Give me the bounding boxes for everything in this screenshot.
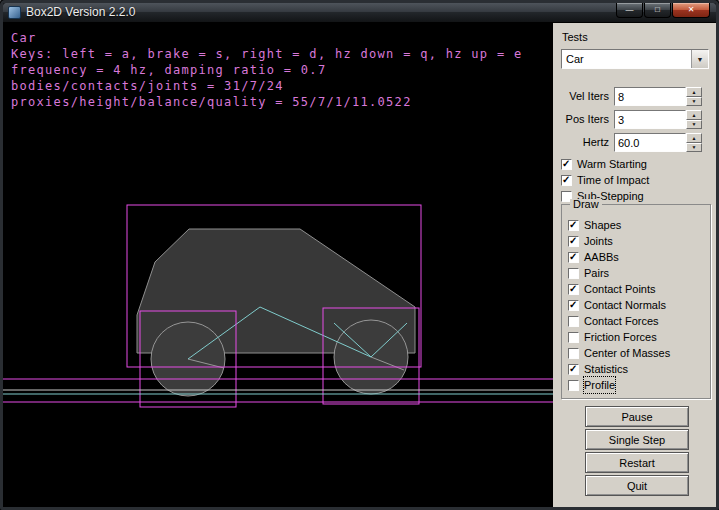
- hertz-label: Hertz: [561, 133, 609, 152]
- pairs-checkbox[interactable]: [568, 268, 579, 279]
- pos-iters-label: Pos Iters: [561, 110, 609, 129]
- restart-button[interactable]: Restart: [585, 452, 689, 473]
- pos-iters-up-button[interactable]: ▲: [686, 110, 702, 120]
- arrow-up-icon: ▲: [692, 112, 697, 118]
- warm-starting-checkbox[interactable]: [561, 159, 572, 170]
- checkbox-contact-points[interactable]: Contact Points: [568, 281, 710, 297]
- joints-label: Joints: [584, 233, 613, 249]
- checkbox-friction-forces[interactable]: Friction Forces: [568, 329, 710, 345]
- close-button[interactable]: ✕: [672, 3, 710, 18]
- app-icon: [8, 6, 21, 19]
- joints-checkbox[interactable]: [568, 236, 579, 247]
- pause-button[interactable]: Pause: [585, 406, 689, 427]
- chevron-down-icon: ▼: [697, 56, 704, 63]
- hertz-spinner: ▲ ▼: [686, 133, 702, 152]
- bodies-stats-text: bodies/contacts/joints = 31/7/24: [11, 78, 522, 94]
- frequency-text: frequency = 4 hz, damping ratio = 0.7: [11, 62, 522, 78]
- pos-iters-spinner: ▲ ▼: [686, 110, 702, 129]
- friction-forces-checkbox[interactable]: [568, 332, 579, 343]
- checkbox-shapes[interactable]: Shapes: [568, 217, 710, 233]
- test-select[interactable]: Car ▼: [561, 49, 709, 69]
- draw-group: Draw Shapes Joints AABBs Pairs: [561, 204, 711, 399]
- aabbs-checkbox[interactable]: [568, 252, 579, 263]
- friction-forces-label: Friction Forces: [584, 329, 657, 345]
- center-of-masses-label: Center of Masses: [584, 345, 670, 361]
- shapes-checkbox[interactable]: [568, 220, 579, 231]
- arrow-up-icon: ▲: [692, 135, 697, 141]
- vel-iters-input[interactable]: [614, 87, 686, 106]
- time-of-impact-label: Time of Impact: [577, 172, 649, 188]
- combo-dropdown-button[interactable]: ▼: [691, 50, 708, 68]
- close-icon: ✕: [688, 6, 695, 14]
- vel-iters-row: Vel Iters ▲ ▼: [561, 87, 713, 106]
- vel-iters-label: Vel Iters: [561, 87, 609, 106]
- hertz-row: Hertz ▲ ▼: [561, 133, 713, 152]
- pos-iters-down-button[interactable]: ▼: [686, 120, 702, 130]
- keys-help-text: Keys: left = a, brake = s, right = d, hz…: [11, 46, 522, 62]
- checkbox-contact-forces[interactable]: Contact Forces: [568, 313, 710, 329]
- proxies-stats-text: proxies/height/balance/quality = 55/7/1/…: [11, 94, 522, 110]
- test-select-value: Car: [562, 50, 691, 68]
- arrow-up-icon: ▲: [692, 89, 697, 95]
- checkbox-time-of-impact[interactable]: Time of Impact: [561, 172, 713, 188]
- arrow-down-icon: ▼: [692, 121, 697, 127]
- app-window: Box2D Version 2.2.0 — □ ✕: [0, 0, 719, 510]
- contact-normals-checkbox[interactable]: [568, 300, 579, 311]
- hertz-input[interactable]: [614, 133, 686, 152]
- contact-forces-checkbox[interactable]: [568, 316, 579, 327]
- control-panel: Tests Car ▼ Vel Iters ▲ ▼ Pos Iters ▲ ▼: [553, 23, 719, 509]
- contact-normals-label: Contact Normals: [584, 297, 666, 313]
- window-content: Car Keys: left = a, brake = s, right = d…: [3, 23, 716, 509]
- tests-label: Tests: [562, 31, 713, 43]
- warm-starting-label: Warm Starting: [577, 156, 647, 172]
- maximize-button[interactable]: □: [644, 3, 671, 18]
- arrow-down-icon: ▼: [692, 98, 697, 104]
- arrow-down-icon: ▼: [692, 144, 697, 150]
- checkbox-joints[interactable]: Joints: [568, 233, 710, 249]
- center-of-masses-checkbox[interactable]: [568, 348, 579, 359]
- vel-iters-up-button[interactable]: ▲: [686, 87, 702, 97]
- checkbox-center-of-masses[interactable]: Center of Masses: [568, 345, 710, 361]
- maximize-icon: □: [655, 6, 660, 14]
- time-of-impact-checkbox[interactable]: [561, 175, 572, 186]
- contact-points-checkbox[interactable]: [568, 284, 579, 295]
- window-title: Box2D Version 2.2.0: [26, 3, 711, 22]
- pos-iters-input[interactable]: [614, 110, 686, 129]
- draw-group-label: Draw: [570, 199, 602, 210]
- aabbs-label: AABBs: [584, 249, 619, 265]
- contact-forces-label: Contact Forces: [584, 313, 659, 329]
- single-step-button[interactable]: Single Step: [585, 429, 689, 450]
- caption-buttons: — □ ✕: [616, 3, 710, 18]
- pos-iters-row: Pos Iters ▲ ▼: [561, 110, 713, 129]
- pairs-label: Pairs: [584, 265, 609, 281]
- simulation-canvas[interactable]: Car Keys: left = a, brake = s, right = d…: [3, 23, 553, 509]
- checkbox-aabbs[interactable]: AABBs: [568, 249, 710, 265]
- vel-iters-down-button[interactable]: ▼: [686, 97, 702, 107]
- titlebar[interactable]: Box2D Version 2.2.0 — □ ✕: [3, 3, 716, 23]
- checkbox-statistics[interactable]: Statistics: [568, 361, 710, 377]
- test-title-text: Car: [11, 30, 522, 46]
- debug-text-overlay: Car Keys: left = a, brake = s, right = d…: [11, 30, 522, 110]
- contact-points-label: Contact Points: [584, 281, 656, 297]
- statistics-label: Statistics: [584, 361, 628, 377]
- profile-checkbox[interactable]: [568, 380, 579, 391]
- hertz-down-button[interactable]: ▼: [686, 143, 702, 153]
- vel-iters-spinner: ▲ ▼: [686, 87, 702, 106]
- checkbox-profile[interactable]: Profile: [568, 377, 710, 393]
- shapes-label: Shapes: [584, 217, 621, 233]
- checkbox-pairs[interactable]: Pairs: [568, 265, 710, 281]
- minimize-button[interactable]: —: [616, 3, 643, 18]
- checkbox-warm-starting[interactable]: Warm Starting: [561, 156, 713, 172]
- statistics-checkbox[interactable]: [568, 364, 579, 375]
- hertz-up-button[interactable]: ▲: [686, 133, 702, 143]
- quit-button[interactable]: Quit: [585, 475, 689, 496]
- profile-label: Profile: [584, 377, 615, 393]
- minimize-icon: —: [626, 6, 634, 14]
- checkbox-contact-normals[interactable]: Contact Normals: [568, 297, 710, 313]
